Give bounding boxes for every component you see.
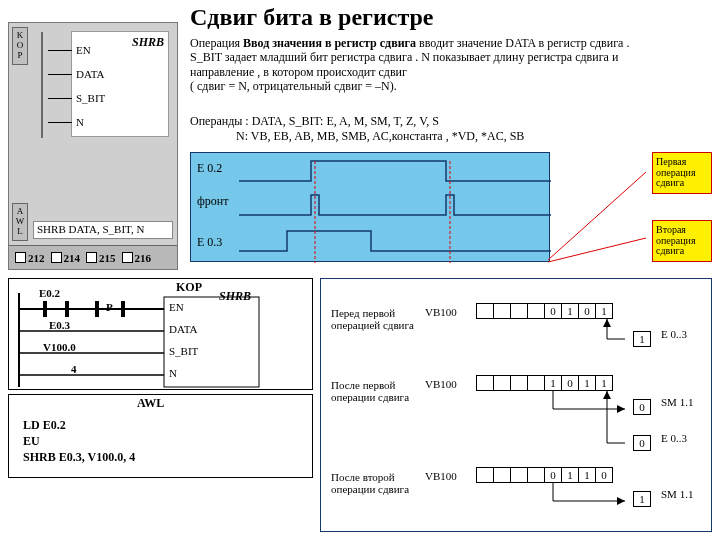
callout-second: Вторая операция сдвига [652, 220, 712, 262]
page-title: Сдвиг бита в регистре [190, 4, 434, 31]
page-215[interactable]: 215 [86, 252, 116, 264]
awl-line: SHRB DATA, S_BIT, N [33, 221, 173, 239]
callout-first: Первая операция сдвига [652, 152, 712, 194]
timing-diagram: E 0.2 фронт E 0.3 [190, 152, 550, 262]
kop-diagram: KOP E0.2 P EN SHRB E0.3 DATA V100.0 S_BI… [8, 278, 313, 390]
block-name: SHRB [132, 35, 164, 50]
description: Операция Ввод значения в регистр сдвига … [190, 36, 650, 94]
svg-marker-26 [617, 497, 625, 505]
svg-rect-10 [121, 301, 125, 317]
svg-marker-17 [603, 319, 611, 327]
page-212[interactable]: 212 [15, 252, 45, 264]
svg-line-3 [548, 172, 646, 260]
tab-awl[interactable]: A W L [12, 203, 28, 241]
svg-rect-9 [95, 301, 99, 317]
operands: Операнды : DATA, S_BIT: E, A, M, SM, T, … [190, 114, 650, 144]
page-216[interactable]: 216 [122, 252, 152, 264]
pin-en: EN [76, 44, 91, 56]
svg-marker-23 [603, 391, 611, 399]
pin-sbit: S_BIT [76, 92, 105, 104]
tab-kop[interactable]: K O P [12, 27, 28, 65]
awl-block: AWL LD E0.2 EU SHRB E0.3, V100.0, 4 [8, 394, 313, 478]
svg-line-4 [548, 238, 646, 262]
shrb-block: SHRB EN DATA S_BIT N [71, 31, 169, 137]
pin-n: N [76, 116, 84, 128]
svg-marker-20 [617, 405, 625, 413]
ide-panel: K O P A W L SHRB EN DATA S_BIT N SHRB DA… [8, 22, 178, 270]
register-diagram: Перед первой операцией сдвига VB100 0101… [320, 278, 712, 532]
page-214[interactable]: 214 [51, 252, 81, 264]
pin-data: DATA [76, 68, 104, 80]
svg-rect-8 [65, 301, 69, 317]
svg-rect-7 [43, 301, 47, 317]
page-tabs: 212 214 215 216 [9, 245, 177, 269]
